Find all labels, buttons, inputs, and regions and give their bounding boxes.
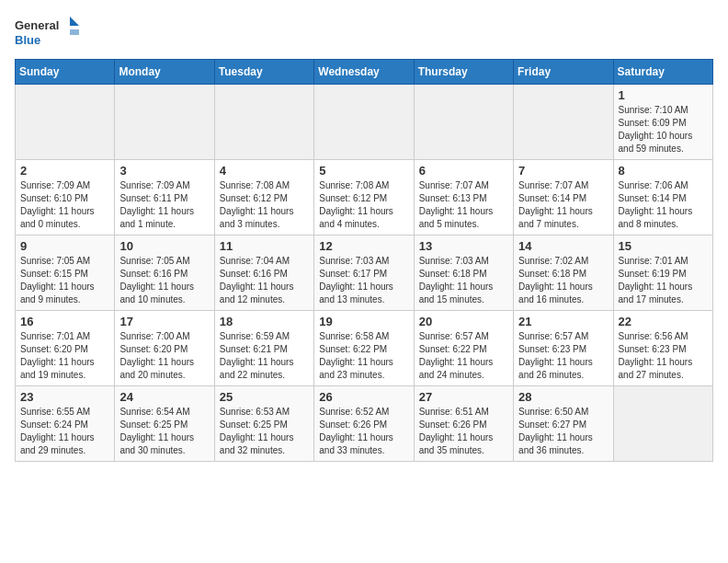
day-info: Sunrise: 6:58 AM Sunset: 6:22 PM Dayligh… (319, 330, 408, 382)
day-number: 5 (319, 164, 408, 178)
day-info: Sunrise: 7:03 AM Sunset: 6:17 PM Dayligh… (319, 255, 408, 306)
calendar-header-row: SundayMondayTuesdayWednesdayThursdayFrid… (16, 60, 713, 85)
calendar-week-row: 16Sunrise: 7:01 AM Sunset: 6:20 PM Dayli… (16, 311, 713, 386)
calendar-cell: 20Sunrise: 6:57 AM Sunset: 6:22 PM Dayli… (414, 311, 513, 386)
calendar-cell: 18Sunrise: 6:59 AM Sunset: 6:21 PM Dayli… (214, 311, 313, 386)
day-number: 26 (319, 390, 408, 404)
day-number: 19 (319, 315, 408, 328)
day-number: 17 (119, 315, 209, 328)
calendar-cell: 25Sunrise: 6:53 AM Sunset: 6:25 PM Dayli… (214, 386, 313, 462)
calendar-cell: 21Sunrise: 6:57 AM Sunset: 6:23 PM Dayli… (514, 311, 613, 386)
day-number: 28 (518, 390, 608, 404)
day-info: Sunrise: 7:01 AM Sunset: 6:19 PM Dayligh… (619, 255, 708, 306)
calendar-cell: 15Sunrise: 7:01 AM Sunset: 6:19 PM Dayli… (613, 236, 712, 311)
calendar-cell: 24Sunrise: 6:54 AM Sunset: 6:25 PM Dayli… (115, 386, 214, 462)
day-info: Sunrise: 6:56 AM Sunset: 6:23 PM Dayligh… (619, 330, 708, 382)
day-number: 9 (20, 239, 109, 253)
day-number: 11 (220, 239, 309, 253)
day-number: 2 (20, 164, 109, 178)
svg-marker-2 (70, 17, 79, 26)
calendar-cell (514, 85, 613, 160)
day-number: 16 (20, 315, 109, 328)
calendar-cell (414, 85, 513, 160)
calendar-cell (613, 386, 712, 462)
calendar-cell: 8Sunrise: 7:06 AM Sunset: 6:14 PM Daylig… (613, 160, 712, 236)
calendar-cell: 22Sunrise: 6:56 AM Sunset: 6:23 PM Dayli… (613, 311, 712, 386)
day-number: 7 (518, 164, 608, 178)
calendar-week-row: 2Sunrise: 7:09 AM Sunset: 6:10 PM Daylig… (16, 160, 713, 236)
day-info: Sunrise: 6:52 AM Sunset: 6:26 PM Dayligh… (319, 406, 408, 457)
calendar-cell: 10Sunrise: 7:05 AM Sunset: 6:16 PM Dayli… (115, 236, 214, 311)
day-info: Sunrise: 6:53 AM Sunset: 6:25 PM Dayligh… (220, 406, 309, 457)
page-header: General Blue (15, 15, 713, 48)
day-info: Sunrise: 7:06 AM Sunset: 6:14 PM Dayligh… (619, 179, 708, 231)
day-info: Sunrise: 7:08 AM Sunset: 6:12 PM Dayligh… (220, 179, 309, 231)
day-number: 13 (419, 239, 508, 253)
calendar-cell: 23Sunrise: 6:55 AM Sunset: 6:24 PM Dayli… (16, 386, 115, 462)
calendar-cell (214, 85, 313, 160)
calendar-cell: 7Sunrise: 7:07 AM Sunset: 6:14 PM Daylig… (514, 160, 613, 236)
day-number: 14 (518, 239, 608, 253)
calendar-cell: 13Sunrise: 7:03 AM Sunset: 6:18 PM Dayli… (414, 236, 513, 311)
calendar-cell: 4Sunrise: 7:08 AM Sunset: 6:12 PM Daylig… (214, 160, 313, 236)
day-info: Sunrise: 7:04 AM Sunset: 6:16 PM Dayligh… (220, 255, 309, 306)
day-number: 12 (319, 239, 408, 253)
logo: General Blue (15, 15, 79, 48)
day-info: Sunrise: 6:57 AM Sunset: 6:22 PM Dayligh… (419, 330, 508, 382)
day-info: Sunrise: 6:54 AM Sunset: 6:25 PM Dayligh… (119, 406, 209, 457)
calendar-cell: 28Sunrise: 6:50 AM Sunset: 6:27 PM Dayli… (514, 386, 613, 462)
calendar-cell: 2Sunrise: 7:09 AM Sunset: 6:10 PM Daylig… (16, 160, 115, 236)
calendar-cell: 12Sunrise: 7:03 AM Sunset: 6:17 PM Dayli… (314, 236, 414, 311)
day-info: Sunrise: 7:03 AM Sunset: 6:18 PM Dayligh… (419, 255, 508, 306)
calendar-cell (115, 85, 214, 160)
calendar-cell (16, 85, 115, 160)
col-header-thursday: Thursday (414, 60, 513, 85)
calendar-cell: 11Sunrise: 7:04 AM Sunset: 6:16 PM Dayli… (214, 236, 313, 311)
day-info: Sunrise: 7:09 AM Sunset: 6:10 PM Dayligh… (20, 179, 109, 231)
day-number: 27 (419, 390, 508, 404)
calendar-cell: 3Sunrise: 7:09 AM Sunset: 6:11 PM Daylig… (115, 160, 214, 236)
day-info: Sunrise: 7:01 AM Sunset: 6:20 PM Dayligh… (20, 330, 109, 382)
logo-svg: General Blue (15, 15, 79, 48)
day-info: Sunrise: 7:08 AM Sunset: 6:12 PM Dayligh… (319, 179, 408, 231)
day-info: Sunrise: 7:09 AM Sunset: 6:11 PM Dayligh… (119, 179, 209, 231)
calendar-cell: 9Sunrise: 7:05 AM Sunset: 6:15 PM Daylig… (16, 236, 115, 311)
day-number: 20 (419, 315, 508, 328)
day-info: Sunrise: 7:02 AM Sunset: 6:18 PM Dayligh… (518, 255, 608, 306)
day-number: 3 (119, 164, 209, 178)
day-number: 1 (619, 88, 708, 102)
day-info: Sunrise: 7:05 AM Sunset: 6:16 PM Dayligh… (119, 255, 209, 306)
calendar-table: SundayMondayTuesdayWednesdayThursdayFrid… (15, 59, 713, 462)
calendar-week-row: 1Sunrise: 7:10 AM Sunset: 6:09 PM Daylig… (16, 85, 713, 160)
day-info: Sunrise: 6:55 AM Sunset: 6:24 PM Dayligh… (20, 406, 109, 457)
calendar-cell (314, 85, 414, 160)
calendar-cell: 6Sunrise: 7:07 AM Sunset: 6:13 PM Daylig… (414, 160, 513, 236)
day-info: Sunrise: 6:51 AM Sunset: 6:26 PM Dayligh… (419, 406, 508, 457)
day-number: 10 (119, 239, 209, 253)
col-header-tuesday: Tuesday (214, 60, 313, 85)
day-info: Sunrise: 7:00 AM Sunset: 6:20 PM Dayligh… (119, 330, 209, 382)
col-header-wednesday: Wednesday (314, 60, 414, 85)
calendar-cell: 1Sunrise: 7:10 AM Sunset: 6:09 PM Daylig… (613, 85, 712, 160)
svg-text:Blue: Blue (15, 33, 40, 47)
day-number: 18 (220, 315, 309, 328)
day-info: Sunrise: 7:07 AM Sunset: 6:14 PM Dayligh… (518, 179, 608, 231)
day-info: Sunrise: 6:59 AM Sunset: 6:21 PM Dayligh… (220, 330, 309, 382)
day-number: 6 (419, 164, 508, 178)
day-info: Sunrise: 7:05 AM Sunset: 6:15 PM Dayligh… (20, 255, 109, 306)
day-number: 8 (619, 164, 708, 178)
calendar-cell: 27Sunrise: 6:51 AM Sunset: 6:26 PM Dayli… (414, 386, 513, 462)
day-number: 24 (119, 390, 209, 404)
day-number: 23 (20, 390, 109, 404)
calendar-cell: 14Sunrise: 7:02 AM Sunset: 6:18 PM Dayli… (514, 236, 613, 311)
calendar-week-row: 23Sunrise: 6:55 AM Sunset: 6:24 PM Dayli… (16, 386, 713, 462)
day-info: Sunrise: 6:57 AM Sunset: 6:23 PM Dayligh… (518, 330, 608, 382)
calendar-cell: 26Sunrise: 6:52 AM Sunset: 6:26 PM Dayli… (314, 386, 414, 462)
calendar-cell: 19Sunrise: 6:58 AM Sunset: 6:22 PM Dayli… (314, 311, 414, 386)
col-header-monday: Monday (115, 60, 214, 85)
svg-text:General: General (15, 18, 59, 32)
day-number: 25 (220, 390, 309, 404)
day-info: Sunrise: 6:50 AM Sunset: 6:27 PM Dayligh… (518, 406, 608, 457)
day-number: 22 (619, 315, 708, 328)
calendar-week-row: 9Sunrise: 7:05 AM Sunset: 6:15 PM Daylig… (16, 236, 713, 311)
